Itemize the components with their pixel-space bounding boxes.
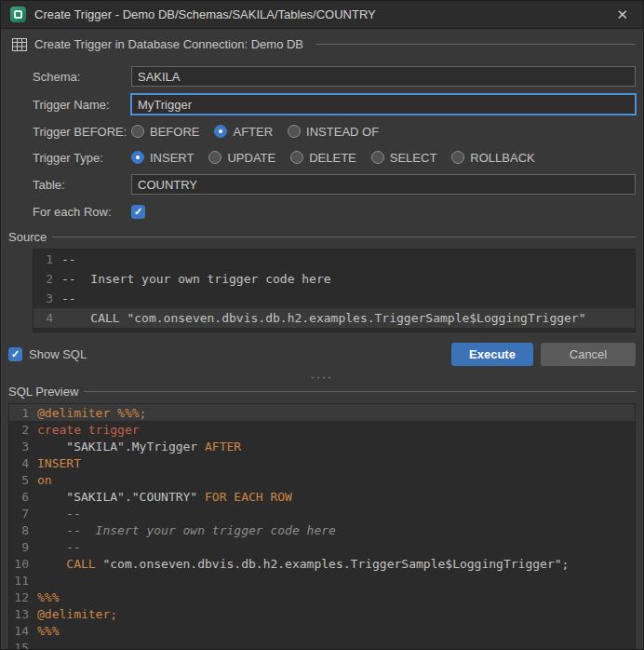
radio-insert[interactable]: INSERT bbox=[131, 151, 194, 165]
show-sql-toggle[interactable]: Show SQL bbox=[8, 347, 87, 361]
line-number: 1 bbox=[9, 406, 37, 420]
code-line: 2create trigger bbox=[9, 421, 635, 438]
code-line: 10 CALL "com.onseven.dbvis.db.h2.example… bbox=[9, 555, 635, 572]
show-sql-checkbox bbox=[8, 347, 22, 361]
radio-instead-of[interactable]: INSTEAD OF bbox=[288, 125, 379, 139]
source-divider bbox=[52, 237, 636, 237]
code-line: 15 bbox=[9, 639, 635, 650]
line-number: 4 bbox=[34, 311, 61, 325]
table-grid-icon bbox=[12, 38, 27, 51]
line-number: 1 bbox=[34, 252, 61, 266]
for-each-row-checkbox[interactable] bbox=[131, 205, 145, 219]
code-line: 13@delimiter; bbox=[9, 605, 635, 622]
line-number: 6 bbox=[9, 490, 37, 504]
code-line: 1-- bbox=[34, 250, 635, 269]
for-each-row-label: For each Row: bbox=[33, 205, 131, 219]
code-line: 4INSERT bbox=[9, 454, 635, 471]
code-line: 4 CALL "com.onseven.dbvis.db.h2.examples… bbox=[34, 308, 635, 328]
splitter-handle[interactable]: ···· bbox=[8, 372, 636, 383]
window-title: Create Trigger - Demo DB/Schemas/SAKILA/… bbox=[34, 7, 604, 21]
line-number: 9 bbox=[9, 540, 37, 554]
schema-row: Schema: bbox=[33, 66, 636, 87]
connection-group-label: Create Trigger in Database Connection: D… bbox=[34, 37, 303, 51]
code-line: 12%%% bbox=[9, 589, 635, 605]
radio-icon bbox=[214, 125, 227, 138]
connection-group-header: Create Trigger in Database Connection: D… bbox=[12, 37, 636, 51]
line-number: 4 bbox=[9, 456, 37, 470]
cancel-button[interactable]: Cancel bbox=[541, 343, 636, 366]
sql-preview-divider bbox=[84, 391, 636, 392]
line-number: 5 bbox=[9, 473, 37, 487]
line-number: 7 bbox=[9, 507, 37, 521]
trigger-name-label: Trigger Name: bbox=[33, 98, 131, 112]
code-line: 11 bbox=[9, 572, 635, 589]
code-line: 9 -- bbox=[9, 538, 635, 555]
show-sql-label: Show SQL bbox=[29, 347, 87, 361]
code-line: 8 -- Insert your own trigger code here bbox=[9, 521, 635, 538]
line-number: 2 bbox=[9, 423, 37, 437]
schema-label: Schema: bbox=[33, 70, 131, 84]
table-label: Table: bbox=[33, 178, 131, 192]
source-section-header: Source bbox=[8, 230, 636, 244]
radio-rollback[interactable]: ROLLBACK bbox=[451, 151, 534, 165]
code-line: 2-- Insert your own trigger code here bbox=[34, 269, 635, 289]
close-icon[interactable]: ✕ bbox=[612, 5, 632, 25]
radio-delete[interactable]: DELETE bbox=[290, 151, 356, 165]
radio-icon bbox=[290, 151, 303, 164]
titlebar: Create Trigger - Demo DB/Schemas/SAKILA/… bbox=[1, 1, 643, 29]
for-each-row-row: For each Row: bbox=[33, 202, 636, 221]
trigger-name-row: Trigger Name: bbox=[33, 94, 636, 115]
trigger-form: Schema: Trigger Name: Trigger BEFORE: BE… bbox=[8, 51, 636, 221]
radio-icon bbox=[371, 151, 384, 164]
create-trigger-dialog: Create Trigger - Demo DB/Schemas/SAKILA/… bbox=[0, 0, 644, 650]
code-line: 14%%% bbox=[9, 622, 635, 639]
line-number: 2 bbox=[34, 272, 61, 286]
line-number: 8 bbox=[9, 523, 37, 537]
sql-preview-label: SQL Preview bbox=[8, 385, 78, 399]
code-line: 3-- bbox=[34, 289, 635, 308]
trigger-type-label: Trigger Type: bbox=[33, 151, 131, 165]
line-number: 12 bbox=[9, 590, 37, 604]
radio-icon bbox=[451, 151, 464, 164]
trigger-name-input[interactable] bbox=[131, 94, 636, 115]
line-number: 15 bbox=[9, 641, 37, 650]
code-line: 1@delimiter %%%; bbox=[9, 404, 635, 421]
source-label: Source bbox=[8, 230, 47, 244]
code-line: 3 "SAKILA".MyTrigger AFTER bbox=[9, 438, 635, 454]
line-number: 14 bbox=[9, 624, 37, 638]
radio-icon bbox=[288, 125, 301, 138]
source-code-editor[interactable]: 1--2-- Insert your own trigger code here… bbox=[33, 249, 636, 332]
table-row: Table: bbox=[33, 174, 636, 195]
app-icon bbox=[10, 7, 26, 22]
line-number: 11 bbox=[9, 574, 37, 588]
line-number: 3 bbox=[9, 440, 37, 454]
code-line: 5on bbox=[9, 471, 635, 488]
trigger-before-row: Trigger BEFORE: BEFORE AFTER INSTEAD OF bbox=[33, 122, 636, 141]
radio-after[interactable]: AFTER bbox=[214, 125, 273, 139]
footer-bar: Show SQL Execute Cancel bbox=[8, 343, 636, 366]
code-line: 6 "SAKILA"."COUNTRY" FOR EACH ROW bbox=[9, 488, 635, 505]
radio-select[interactable]: SELECT bbox=[371, 151, 437, 165]
radio-icon bbox=[208, 151, 221, 164]
radio-icon bbox=[131, 125, 144, 138]
trigger-type-row: Trigger Type: INSERT UPDATE DELETE bbox=[33, 148, 636, 167]
code-line: 7 -- bbox=[9, 505, 635, 521]
radio-before[interactable]: BEFORE bbox=[131, 125, 199, 139]
line-number: 10 bbox=[9, 557, 37, 571]
table-input[interactable] bbox=[131, 174, 636, 195]
sql-preview-editor[interactable]: 1@delimiter %%%;2create trigger3 "SAKILA… bbox=[8, 403, 636, 650]
group-divider bbox=[316, 44, 636, 45]
schema-input[interactable] bbox=[131, 66, 636, 87]
sql-preview-section-header: SQL Preview bbox=[8, 385, 636, 399]
radio-update[interactable]: UPDATE bbox=[208, 151, 275, 165]
execute-button[interactable]: Execute bbox=[451, 343, 533, 366]
radio-icon bbox=[131, 151, 144, 164]
line-number: 13 bbox=[9, 607, 37, 621]
line-number: 3 bbox=[34, 291, 61, 305]
trigger-before-label: Trigger BEFORE: bbox=[33, 125, 131, 139]
